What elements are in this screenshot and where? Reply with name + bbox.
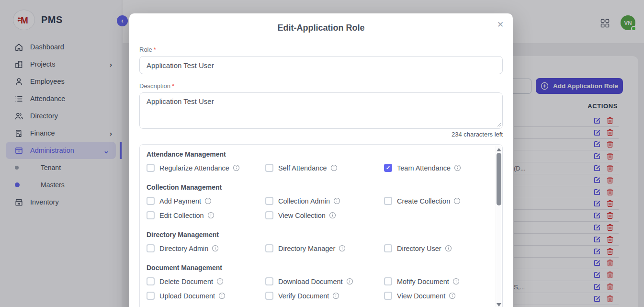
permission-checkbox[interactable]: ✓ bbox=[384, 277, 392, 285]
permission-label: Collection Admin bbox=[278, 197, 330, 205]
permission-checkbox[interactable]: ✓ bbox=[147, 164, 155, 172]
info-icon[interactable] bbox=[329, 212, 336, 219]
permission-label: Edit Collection bbox=[159, 212, 204, 219]
check-icon: ✓ bbox=[386, 165, 390, 171]
permission-checkbox[interactable]: ✓ bbox=[265, 292, 273, 300]
characters-left-counter: 234 characters left bbox=[139, 131, 503, 138]
permission-item: ✓ Delete Document bbox=[147, 277, 265, 285]
permission-label: View Collection bbox=[278, 212, 326, 219]
permission-label: Directory User bbox=[397, 245, 441, 252]
permission-item: ✓ Collection Admin bbox=[265, 197, 384, 205]
permission-grid: ✓ Regularize Attendance ✓ Self Attendanc… bbox=[147, 164, 486, 172]
permissions-scroll-area: Attendance Management ✓ Regularize Atten… bbox=[140, 150, 502, 305]
info-icon[interactable] bbox=[207, 212, 215, 219]
permission-label: Directory Admin bbox=[159, 245, 208, 252]
permission-item: ✓ Mofify Document bbox=[384, 277, 486, 285]
permission-item: ✓ Add Payment bbox=[147, 197, 265, 205]
permission-label: Add Payment bbox=[159, 197, 201, 205]
close-icon[interactable]: ✕ bbox=[494, 19, 507, 31]
permission-checkbox[interactable]: ✓ bbox=[265, 164, 273, 172]
permission-label: Directory Manager bbox=[278, 245, 335, 252]
permission-checkbox[interactable]: ✓ bbox=[147, 197, 155, 205]
permission-grid: ✓ Directory Admin ✓ Directory Manager bbox=[147, 244, 486, 252]
permission-item: ✓ View Document bbox=[384, 292, 486, 300]
permission-label: Upload Document bbox=[159, 292, 215, 300]
info-icon[interactable] bbox=[332, 292, 339, 299]
section-title: Directory Management bbox=[147, 231, 486, 239]
permission-item: ✓ Download Document bbox=[265, 277, 384, 285]
permission-checkbox[interactable]: ✓ bbox=[265, 244, 273, 252]
permission-item: ✓ Regularize Attendance bbox=[147, 164, 265, 172]
permission-section-directory: Directory Management ✓ Directory Admin bbox=[147, 231, 486, 252]
description-textarea[interactable]: Application Test User bbox=[139, 92, 503, 129]
info-icon[interactable] bbox=[333, 197, 340, 205]
permission-label: View Document bbox=[397, 292, 445, 300]
permission-checkbox[interactable]: ✓ bbox=[384, 292, 392, 300]
info-icon[interactable] bbox=[212, 245, 219, 252]
info-icon[interactable] bbox=[216, 278, 224, 285]
section-title: Attendance Management bbox=[147, 150, 486, 158]
permission-item: ✓ Edit Collection bbox=[147, 211, 265, 219]
scrollbar[interactable] bbox=[496, 146, 501, 307]
permissions-panel: Attendance Management ✓ Regularize Atten… bbox=[139, 144, 503, 307]
permission-item: ✓ Upload Document bbox=[147, 292, 265, 300]
section-title: Document Management bbox=[147, 264, 486, 272]
permission-label: Delete Document bbox=[159, 278, 213, 285]
permission-section-collection: Collection Management ✓ Add Payment bbox=[147, 183, 486, 219]
permission-checkbox[interactable]: ✓ bbox=[384, 244, 392, 252]
permission-label: Team Attendance bbox=[397, 164, 451, 172]
required-marker: * bbox=[154, 46, 156, 53]
permission-item: ✓ View Collection bbox=[265, 211, 384, 219]
permission-checkbox[interactable]: ✓ bbox=[147, 244, 155, 252]
permission-item: ✓ Self Attendance bbox=[265, 164, 384, 172]
permission-section-attendance: Attendance Management ✓ Regularize Atten… bbox=[147, 150, 486, 172]
permission-checkbox[interactable]: ✓ bbox=[147, 211, 155, 219]
info-icon[interactable] bbox=[339, 245, 346, 252]
permission-grid: ✓ Delete Document ✓ Download Document bbox=[147, 277, 486, 300]
info-icon[interactable] bbox=[233, 164, 240, 171]
permission-section-document: Document Management ✓ Delete Document bbox=[147, 264, 486, 300]
permission-checkbox[interactable]: ✓ bbox=[147, 277, 155, 285]
info-icon[interactable] bbox=[449, 292, 456, 299]
info-icon[interactable] bbox=[218, 292, 226, 299]
info-icon[interactable] bbox=[452, 278, 460, 285]
permission-label: Self Attendance bbox=[278, 164, 327, 172]
info-icon[interactable] bbox=[454, 164, 461, 171]
scroll-down-arrow-icon[interactable] bbox=[497, 303, 501, 307]
info-icon[interactable] bbox=[445, 245, 452, 252]
permission-checkbox[interactable]: ✓ bbox=[265, 197, 273, 205]
required-marker: * bbox=[172, 82, 174, 90]
permission-item: ✓ Create Collection bbox=[384, 197, 486, 205]
permission-label: Mofify Document bbox=[397, 278, 449, 285]
info-icon[interactable] bbox=[330, 164, 338, 171]
permission-item: ✓ Directory Admin bbox=[147, 244, 265, 252]
modal-title: Edit-Application Role bbox=[139, 13, 503, 33]
permission-item: ✓ Directory User bbox=[384, 244, 486, 252]
permission-item: ✓ Verify Document bbox=[265, 292, 384, 300]
info-icon[interactable] bbox=[204, 197, 212, 205]
permission-checkbox[interactable]: ✓ bbox=[265, 211, 273, 219]
scroll-up-arrow-icon[interactable] bbox=[497, 148, 501, 151]
permission-checkbox[interactable]: ✓ bbox=[265, 277, 273, 285]
permission-label: Regularize Attendance bbox=[159, 164, 229, 172]
role-input[interactable] bbox=[139, 56, 503, 74]
permission-grid: ✓ Add Payment ✓ Collection Admin bbox=[147, 197, 486, 219]
permission-checkbox[interactable]: ✓ bbox=[384, 164, 392, 172]
permission-item: ✓ Team Attendance bbox=[384, 164, 486, 172]
role-field-label: Role* bbox=[139, 46, 503, 53]
permission-label: Download Document bbox=[278, 278, 343, 285]
section-title: Collection Management bbox=[147, 183, 486, 191]
permission-checkbox[interactable]: ✓ bbox=[147, 292, 155, 300]
permission-checkbox[interactable]: ✓ bbox=[384, 197, 392, 205]
info-icon[interactable] bbox=[346, 278, 353, 285]
edit-application-role-modal: ✕ Edit-Application Role Role* Descriptio… bbox=[129, 13, 513, 307]
info-icon[interactable] bbox=[453, 197, 461, 205]
scrollbar-thumb[interactable] bbox=[497, 153, 501, 205]
description-field-label: Description* bbox=[139, 82, 503, 90]
permission-item: ✓ Directory Manager bbox=[265, 244, 384, 252]
permission-label: Create Collection bbox=[397, 197, 450, 205]
permission-label: Verify Document bbox=[278, 292, 329, 300]
application-window: M PMS Dashboard Projects bbox=[0, 0, 644, 307]
